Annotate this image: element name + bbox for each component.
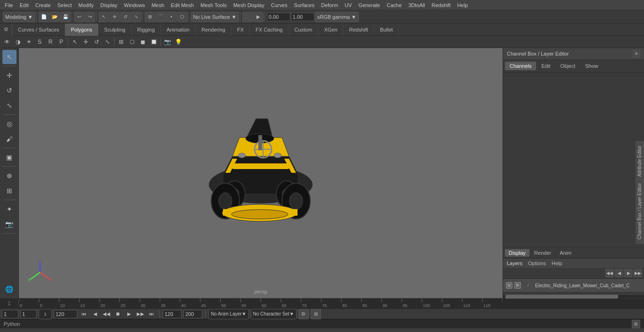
vp-wireframe-btn[interactable]: ⬡ bbox=[127, 37, 137, 47]
tab-redshift[interactable]: Redshift bbox=[344, 24, 374, 36]
tab-sculpting[interactable]: Sculpting bbox=[99, 24, 132, 36]
play-back-btn[interactable]: ◀◀ bbox=[102, 309, 111, 319]
anim-end-input[interactable] bbox=[163, 310, 182, 318]
save-file-btn[interactable]: 💾 bbox=[60, 12, 71, 22]
anim-layer-dropdown[interactable]: No Anim Layer ▼ bbox=[208, 309, 249, 319]
object-tab[interactable]: Object bbox=[555, 62, 580, 70]
menu-uv[interactable]: UV bbox=[342, 1, 355, 9]
menu-deform[interactable]: Deform bbox=[318, 1, 341, 9]
paint-tool[interactable]: 🖌 bbox=[2, 132, 17, 146]
vp-scale-tool[interactable]: ⤡ bbox=[102, 37, 113, 47]
skip-to-end-btn[interactable]: ⏭ bbox=[147, 309, 157, 319]
layer-prev-btn[interactable]: ◀◀ bbox=[605, 269, 614, 277]
anim-end2-input[interactable] bbox=[183, 310, 202, 318]
menu-modify[interactable]: Modify bbox=[75, 1, 96, 9]
timeline-ruler[interactable]: 0510152025303540455055606570758085909510… bbox=[19, 299, 503, 309]
vp-renderer-btn[interactable]: R bbox=[45, 37, 56, 47]
vp-show-btn[interactable]: S bbox=[34, 37, 45, 47]
show-tab[interactable]: Show bbox=[580, 62, 603, 70]
frame-input-field[interactable] bbox=[267, 13, 290, 21]
tab-fx[interactable]: FX bbox=[231, 24, 250, 36]
tab-custom[interactable]: Custom bbox=[289, 24, 319, 36]
display-tab[interactable]: Display bbox=[505, 249, 529, 257]
menu-create[interactable]: Create bbox=[33, 1, 54, 9]
layer-row[interactable]: V P / Electric_Riding_Lawn_Mower_Cub_Cad… bbox=[503, 279, 644, 292]
xray-tool[interactable]: ✦ bbox=[2, 202, 17, 216]
menu-select[interactable]: Select bbox=[55, 1, 75, 9]
select-tool-btn[interactable]: ↖ bbox=[99, 12, 109, 22]
main-viewport[interactable]: x y z persp bbox=[19, 48, 503, 298]
layer-back-btn[interactable]: ◀ bbox=[615, 269, 623, 277]
menu-windows[interactable]: Windows bbox=[121, 1, 148, 9]
live-surface-dropdown[interactable]: No Live Surface ▼ bbox=[191, 12, 239, 22]
vp-light-link-btn[interactable]: 💡 bbox=[173, 37, 183, 47]
menu-display[interactable]: Display bbox=[98, 1, 120, 9]
snap-curve-btn[interactable]: ⌒ bbox=[156, 12, 166, 22]
rotate-tool[interactable]: ↺ bbox=[2, 83, 17, 97]
tab-polygons[interactable]: Polygons bbox=[65, 24, 98, 36]
menu-3dtall[interactable]: 3DtoAll bbox=[405, 1, 428, 9]
color-space-dropdown[interactable]: sRGB gamma ▼ bbox=[315, 12, 359, 22]
skip-to-start-btn[interactable]: ⏮ bbox=[79, 309, 89, 319]
new-file-btn[interactable]: 📄 bbox=[39, 12, 49, 22]
scale-tool-btn[interactable]: ⤡ bbox=[131, 12, 141, 22]
layer-visibility-toggle[interactable]: V bbox=[506, 282, 512, 289]
range-end-input[interactable] bbox=[54, 310, 77, 318]
vp-select-tool[interactable]: ↖ bbox=[70, 37, 80, 47]
attribute-editor-side-tab[interactable]: Attribute Editor bbox=[636, 141, 644, 181]
bottom-tool1[interactable]: 🌐 bbox=[2, 282, 17, 296]
snap-surface-btn[interactable]: ⬡ bbox=[177, 12, 188, 22]
quick-layout-tool[interactable]: ⊞ bbox=[2, 184, 17, 198]
undo-btn[interactable]: ↩ bbox=[74, 12, 84, 22]
workspace-dropdown[interactable]: Modeling ▼ bbox=[3, 12, 35, 22]
vp-panels-btn[interactable]: P bbox=[56, 37, 66, 47]
options-label[interactable]: Options bbox=[528, 260, 546, 266]
menu-redshift[interactable]: Redshift bbox=[429, 1, 453, 9]
vp-lighting-btn[interactable]: ☀ bbox=[24, 37, 34, 47]
vp-move-tool[interactable]: ✛ bbox=[81, 37, 91, 47]
edit-tab[interactable]: Edit bbox=[537, 62, 555, 70]
layers-scrollbar[interactable] bbox=[503, 294, 644, 298]
menu-edit-mesh[interactable]: Edit Mesh bbox=[168, 1, 197, 9]
menu-curves[interactable]: Curves bbox=[268, 1, 290, 9]
vp-rotate-tool[interactable]: ↺ bbox=[91, 37, 102, 47]
tab-rigging[interactable]: Rigging bbox=[132, 24, 161, 36]
move-tool-btn[interactable]: ✛ bbox=[109, 12, 120, 22]
vp-textured-btn[interactable]: 🔲 bbox=[149, 37, 159, 47]
menu-generate[interactable]: Generate bbox=[355, 1, 383, 9]
layer-fwd-btn[interactable]: ▶ bbox=[624, 269, 633, 277]
menu-surfaces[interactable]: Surfaces bbox=[291, 1, 317, 9]
char-set-dropdown[interactable]: No Character Set ▼ bbox=[251, 309, 297, 319]
snap-grid-btn[interactable]: ⊞ bbox=[145, 12, 155, 22]
vp-grid-btn[interactable]: ⊞ bbox=[116, 37, 126, 47]
channel-box-close-btn[interactable]: ✕ bbox=[633, 50, 640, 57]
play-fwd-btn[interactable]: ▶ bbox=[124, 309, 134, 319]
tabbar-settings-btn[interactable]: ⚙ bbox=[0, 24, 12, 36]
channels-tab[interactable]: Channels bbox=[505, 62, 536, 70]
menu-edit[interactable]: Edit bbox=[17, 1, 32, 9]
anim-tab[interactable]: Anim bbox=[556, 249, 575, 257]
move-tool[interactable]: ✛ bbox=[2, 68, 17, 82]
layers-scrollbar-thumb[interactable] bbox=[505, 295, 618, 299]
layer-last-btn[interactable]: ▶▶ bbox=[634, 269, 642, 277]
stop-btn[interactable]: ⏹ bbox=[113, 309, 123, 319]
current-frame-input[interactable] bbox=[20, 310, 37, 318]
bottom-extra-btn[interactable]: ⊞ bbox=[311, 309, 321, 319]
camera-tool[interactable]: 📷 bbox=[2, 217, 17, 231]
render-btn[interactable]: 🎥 bbox=[242, 12, 253, 22]
redo-btn[interactable]: ↪ bbox=[85, 12, 95, 22]
marquee-select-tool[interactable]: ▣ bbox=[2, 150, 17, 164]
scale-tool[interactable]: ⤡ bbox=[2, 98, 17, 113]
menu-mesh[interactable]: Mesh bbox=[149, 1, 167, 9]
tab-rendering[interactable]: Rendering bbox=[196, 24, 231, 36]
vp-shaded-btn[interactable]: ◼ bbox=[138, 37, 148, 47]
vp-shading-btn[interactable]: ◑ bbox=[13, 37, 23, 47]
bottom-settings-btn[interactable]: ⚙ bbox=[298, 309, 309, 319]
vp-camera-btn[interactable]: 📷 bbox=[162, 37, 173, 47]
select-tool[interactable]: ↖ bbox=[2, 50, 17, 64]
vp-view-btn[interactable]: 👁 bbox=[2, 37, 12, 47]
tab-fx-caching[interactable]: FX Caching bbox=[250, 24, 289, 36]
step-back-btn[interactable]: ◀ bbox=[91, 309, 100, 319]
menu-cache[interactable]: Cache bbox=[384, 1, 405, 9]
scale-input-field[interactable] bbox=[291, 13, 314, 21]
